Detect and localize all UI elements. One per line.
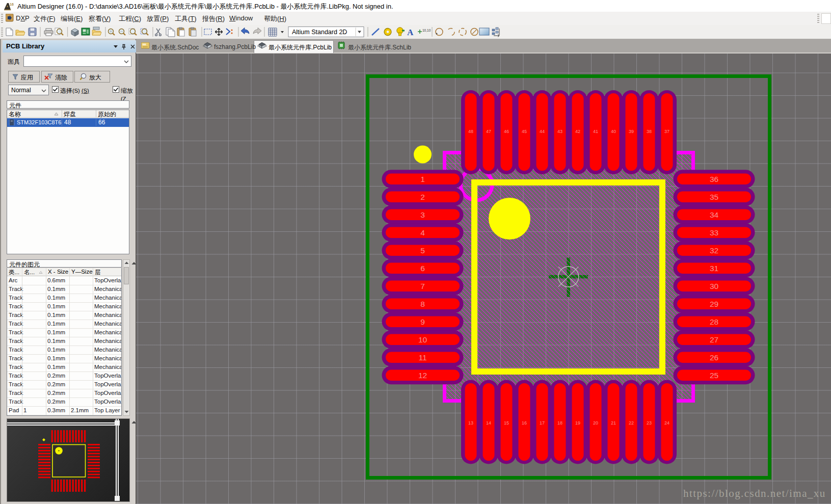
svg-text:25: 25 bbox=[710, 371, 718, 380]
svg-text:32: 32 bbox=[710, 246, 718, 255]
svg-text:47: 47 bbox=[486, 129, 491, 134]
svg-text:14: 14 bbox=[486, 420, 491, 426]
svg-text:43: 43 bbox=[557, 129, 562, 134]
svg-text:22: 22 bbox=[629, 420, 634, 426]
svg-text:12: 12 bbox=[418, 371, 427, 380]
svg-text:Altium Standard 2D: Altium Standard 2D bbox=[292, 29, 347, 36]
svg-text:27: 27 bbox=[710, 335, 718, 344]
svg-text:31: 31 bbox=[710, 264, 718, 273]
svg-text:21: 21 bbox=[611, 420, 616, 426]
svg-text:4: 4 bbox=[420, 228, 425, 237]
svg-text:7: 7 bbox=[420, 282, 425, 290]
svg-text:13: 13 bbox=[468, 420, 473, 426]
svg-text:24: 24 bbox=[664, 420, 669, 426]
svg-text:35: 35 bbox=[710, 193, 718, 201]
svg-text:37: 37 bbox=[664, 129, 669, 134]
svg-text:A: A bbox=[407, 28, 414, 37]
svg-text:44: 44 bbox=[540, 129, 545, 134]
svg-text:19: 19 bbox=[575, 420, 580, 426]
svg-text:40: 40 bbox=[611, 129, 616, 134]
svg-text:20: 20 bbox=[593, 420, 598, 426]
svg-text:10,10: 10,10 bbox=[422, 29, 431, 32]
svg-text:48: 48 bbox=[468, 129, 473, 134]
svg-text:8: 8 bbox=[420, 300, 425, 308]
svg-text:1: 1 bbox=[420, 175, 425, 183]
svg-text:36: 36 bbox=[710, 175, 718, 183]
svg-text:11: 11 bbox=[418, 353, 426, 362]
svg-text:38: 38 bbox=[647, 129, 652, 134]
svg-text:26: 26 bbox=[710, 353, 718, 362]
svg-text:5: 5 bbox=[420, 246, 425, 255]
svg-text:41: 41 bbox=[593, 129, 598, 134]
svg-text:3: 3 bbox=[420, 210, 425, 219]
svg-text:2: 2 bbox=[420, 193, 425, 201]
svg-text:39: 39 bbox=[629, 129, 634, 134]
svg-text:33: 33 bbox=[710, 228, 718, 237]
svg-text:45: 45 bbox=[522, 129, 527, 134]
svg-text:6: 6 bbox=[420, 264, 425, 273]
svg-text:17: 17 bbox=[540, 420, 545, 426]
svg-text:16: 16 bbox=[10, 3, 14, 6]
svg-text:10: 10 bbox=[418, 335, 427, 344]
svg-text:9: 9 bbox=[420, 317, 425, 326]
svg-text:34: 34 bbox=[710, 210, 719, 219]
svg-text:18: 18 bbox=[557, 420, 562, 426]
svg-text:15: 15 bbox=[504, 420, 509, 426]
svg-text:16: 16 bbox=[522, 420, 527, 426]
svg-text:42: 42 bbox=[575, 129, 580, 134]
svg-text:46: 46 bbox=[504, 129, 509, 134]
svg-text:30: 30 bbox=[710, 282, 719, 290]
svg-text:29: 29 bbox=[710, 300, 718, 308]
svg-text:23: 23 bbox=[647, 420, 652, 426]
svg-text:28: 28 bbox=[710, 317, 718, 326]
